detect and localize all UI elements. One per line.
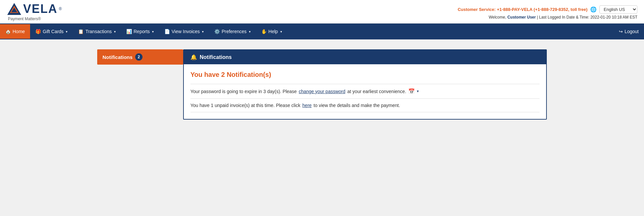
- brand-registered: ®: [59, 7, 62, 11]
- nav-reports[interactable]: 📊 Reports ▾: [121, 24, 159, 39]
- nav-transactions[interactable]: 📋 Transactions ▾: [73, 24, 121, 39]
- last-logged-text: Last Logged In Date & Time: 2022-01-20 1…: [539, 15, 637, 20]
- nav-reports-label: Reports: [134, 29, 150, 34]
- nav-help-label: Help: [268, 29, 278, 34]
- invoices-caret-icon: ▾: [202, 30, 204, 33]
- notification-1-text-after: at your earliest convenience.: [347, 89, 406, 94]
- nav-transactions-label: Transactions: [85, 29, 112, 34]
- logo-area: VELA® Payment Matters®: [7, 2, 62, 21]
- notification-1-text-before: Your password is going to expire in 3 da…: [190, 89, 297, 94]
- logout-icon: ↪: [619, 29, 623, 34]
- notifications-count-text: You have 2 Notification(s): [190, 71, 540, 79]
- help-icon: ✋: [261, 29, 267, 34]
- top-bar: VELA® Payment Matters® Customer Service:…: [0, 0, 644, 24]
- navbar: 🏠 Home 🎁 Gift Cards ▾ 📋 Transactions ▾ 📊…: [0, 24, 644, 39]
- lang-row: Customer Service: +1-888-PAY-VELA (+1-88…: [458, 5, 637, 14]
- nav-preferences[interactable]: ⚙️ Preferences ▾: [209, 24, 256, 39]
- nav-home[interactable]: 🏠 Home: [0, 24, 30, 39]
- gift-icon: 🎁: [35, 29, 41, 34]
- notification-2-text-after: to view the details and make the payment…: [314, 103, 400, 108]
- nav-home-label: Home: [13, 29, 25, 34]
- invoices-icon: 📄: [164, 29, 170, 34]
- calendar-icon[interactable]: 📅: [408, 88, 415, 94]
- customer-service-text: Customer Service: +1-888-PAY-VELA (+1-88…: [458, 7, 587, 12]
- transactions-icon: 📋: [78, 29, 84, 34]
- notification-row-2: You have 1 unpaid invoice(s) at this tim…: [190, 98, 540, 112]
- main-content: Notifications 2 🔔 Notifications You have…: [91, 39, 553, 130]
- sidebar-notifications-label: Notifications: [102, 54, 133, 60]
- logo-icon: [7, 2, 22, 16]
- nav-logout-label: Logout: [624, 29, 639, 34]
- welcome-text: Welcome, Customer User | Last Logged In …: [458, 15, 637, 20]
- notification-row-1: Your password is going to expire in 3 da…: [190, 84, 540, 98]
- notifications-panel: 🔔 Notifications You have 2 Notification(…: [183, 49, 547, 120]
- notifications-header-title: Notifications: [200, 54, 232, 60]
- globe-icon: 🌐: [590, 6, 597, 13]
- change-password-link[interactable]: change your password: [299, 89, 345, 94]
- nav-help[interactable]: ✋ Help ▾: [256, 24, 287, 39]
- unpaid-invoice-link[interactable]: here: [302, 103, 312, 108]
- transactions-caret-icon: ▾: [114, 30, 116, 33]
- brand-name: VELA: [23, 2, 58, 16]
- calendar-dropdown-icon[interactable]: ▾: [417, 89, 419, 93]
- brand-tagline: Payment Matters®: [8, 17, 41, 21]
- bell-icon: 🔔: [190, 54, 197, 60]
- notifications-body: You have 2 Notification(s) Your password…: [184, 64, 546, 119]
- language-select[interactable]: English US Español Français: [599, 5, 637, 14]
- separator: |: [537, 15, 538, 20]
- notifications-header: 🔔 Notifications: [184, 50, 546, 64]
- reports-icon: 📊: [126, 29, 132, 34]
- gift-caret-icon: ▾: [66, 30, 67, 33]
- sidebar: Notifications 2: [97, 49, 183, 120]
- preferences-caret-icon: ▾: [249, 30, 251, 33]
- help-caret-icon: ▾: [280, 30, 282, 33]
- nav-view-invoices-label: View Invoices: [172, 29, 200, 34]
- nav-preferences-label: Preferences: [221, 29, 246, 34]
- welcome-user: Customer User: [507, 15, 536, 20]
- home-icon: 🏠: [5, 29, 11, 34]
- nav-view-invoices[interactable]: 📄 View Invoices ▾: [159, 24, 209, 39]
- nav-logout[interactable]: ↪ Logout: [614, 24, 644, 39]
- sidebar-notifications-badge: 2: [135, 53, 142, 61]
- top-right-info: Customer Service: +1-888-PAY-VELA (+1-88…: [458, 4, 637, 20]
- sidebar-item-notifications[interactable]: Notifications 2: [97, 49, 183, 65]
- reports-caret-icon: ▾: [152, 30, 154, 33]
- welcome-prefix: Welcome,: [489, 15, 506, 20]
- nav-gift-cards[interactable]: 🎁 Gift Cards ▾: [30, 24, 73, 39]
- preferences-icon: ⚙️: [214, 29, 220, 34]
- nav-gift-cards-label: Gift Cards: [43, 29, 63, 34]
- logo-text: VELA®: [7, 2, 62, 16]
- notification-2-text-before: You have 1 unpaid invoice(s) at this tim…: [190, 103, 301, 108]
